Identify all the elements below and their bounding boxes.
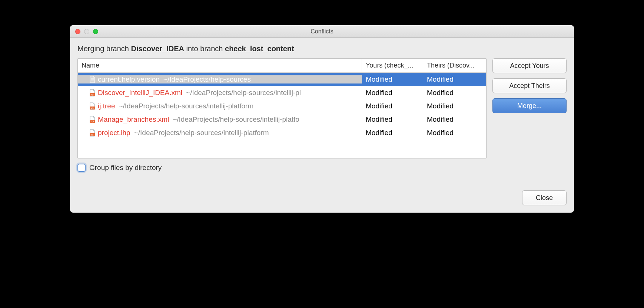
xml-file-icon: <> — [89, 116, 96, 123]
svg-text:<>: <> — [91, 134, 94, 136]
file-name: project.ihp — [98, 129, 130, 137]
file-name: Discover_IntelliJ_IDEA.xml — [98, 89, 182, 97]
svg-text:<>: <> — [91, 107, 94, 109]
col-header-theirs[interactable]: Theirs (Discov... — [423, 59, 486, 72]
table-header: Name Yours (check_... Theirs (Discov... — [78, 59, 486, 73]
table-row[interactable]: <>Discover_IntelliJ_IDEA.xml~/IdeaProjec… — [78, 86, 486, 99]
merge-message: Merging branch Discover_IDEA into branch… — [77, 45, 567, 53]
cell-theirs: Modified — [423, 129, 486, 137]
dialog-footer: Close — [77, 190, 567, 205]
col-header-yours[interactable]: Yours (check_... — [362, 59, 423, 72]
conflicts-dialog: Conflicts Merging branch Discover_IDEA i… — [70, 25, 574, 213]
dialog-content: Merging branch Discover_IDEA into branch… — [70, 38, 574, 213]
close-window-icon[interactable] — [75, 29, 80, 34]
group-by-directory-label: Group files by directory — [89, 164, 162, 172]
window-controls — [75, 29, 98, 34]
branch-from: Discover_IDEA — [131, 45, 184, 53]
action-buttons: Accept Yours Accept Theirs Merge... — [492, 58, 567, 158]
svg-text:<>: <> — [91, 94, 94, 96]
msg-middle: into branch — [184, 45, 225, 53]
xml-file-icon: <> — [89, 102, 96, 110]
file-path: ~/IdeaProjects/help-sources/intellij-pla… — [173, 115, 299, 124]
file-path: ~/IdeaProjects/help-sources/intellij-pla… — [119, 102, 253, 110]
msg-prefix: Merging branch — [77, 45, 131, 53]
window-title: Conflicts — [70, 28, 574, 35]
cell-yours: Modified — [362, 102, 423, 110]
cell-yours: Modified — [362, 75, 423, 83]
accept-yours-button[interactable]: Accept Yours — [492, 58, 567, 73]
file-name: ij.tree — [98, 102, 115, 110]
group-by-directory-row: Group files by directory — [77, 164, 567, 172]
zoom-window-icon[interactable] — [93, 29, 98, 34]
file-path: ~/IdeaProjects/help-sources/intellij-pla… — [134, 129, 269, 137]
file-path: ~/IdeaProjects/help-sources/intellij-pl — [186, 89, 301, 97]
cell-yours: Modified — [362, 129, 423, 137]
file-path: ~/IdeaProjects/help-sources — [163, 75, 251, 83]
file-name: Manage_branches.xml — [98, 115, 169, 124]
table-row[interactable]: <>project.ihp~/IdeaProjects/help-sources… — [78, 126, 486, 140]
xml-file-icon: <> — [89, 89, 96, 96]
cell-name: current.help.version~/IdeaProjects/help-… — [78, 75, 362, 83]
cell-yours: Modified — [362, 89, 423, 97]
accept-theirs-button[interactable]: Accept Theirs — [492, 78, 567, 93]
minimize-window-icon — [84, 29, 89, 34]
titlebar[interactable]: Conflicts — [70, 25, 574, 38]
table-row[interactable]: <>ij.tree~/IdeaProjects/help-sources/int… — [78, 99, 486, 113]
cell-name: <>project.ihp~/IdeaProjects/help-sources… — [78, 129, 362, 137]
cell-name: <>Manage_branches.xml~/IdeaProjects/help… — [78, 115, 362, 124]
col-header-name[interactable]: Name — [78, 59, 362, 72]
cell-theirs: Modified — [423, 115, 486, 124]
close-button[interactable]: Close — [522, 190, 567, 205]
table-row[interactable]: current.help.version~/IdeaProjects/help-… — [78, 73, 486, 86]
conflicts-table: Name Yours (check_... Theirs (Discov... … — [77, 58, 487, 158]
svg-text:<>: <> — [91, 120, 94, 123]
table-row[interactable]: <>Manage_branches.xml~/IdeaProjects/help… — [78, 113, 486, 126]
file-icon — [89, 76, 96, 83]
table-body: current.help.version~/IdeaProjects/help-… — [78, 73, 486, 158]
xml-file-icon: <> — [89, 129, 96, 137]
cell-name: <>ij.tree~/IdeaProjects/help-sources/int… — [78, 102, 362, 110]
merge-button[interactable]: Merge... — [492, 98, 567, 113]
cell-yours: Modified — [362, 115, 423, 124]
cell-name: <>Discover_IntelliJ_IDEA.xml~/IdeaProjec… — [78, 89, 362, 97]
file-name: current.help.version — [98, 75, 160, 83]
group-by-directory-checkbox[interactable] — [77, 164, 86, 172]
cell-theirs: Modified — [423, 89, 486, 97]
branch-into: check_lost_content — [225, 45, 294, 53]
cell-theirs: Modified — [423, 102, 486, 110]
cell-theirs: Modified — [423, 75, 486, 83]
